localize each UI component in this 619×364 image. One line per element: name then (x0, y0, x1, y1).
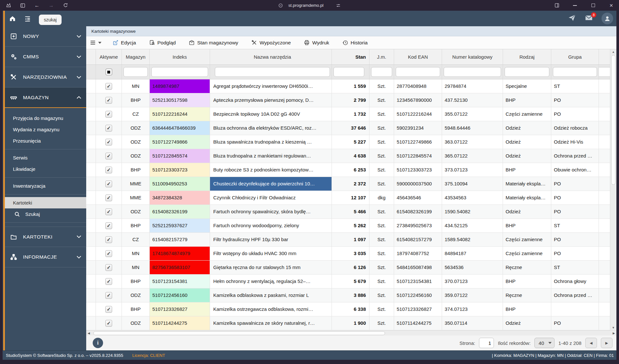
scroll-up-icon[interactable]: ▲ (610, 49, 616, 54)
cell-jm[interactable]: Szt. (369, 275, 394, 288)
cell-nazwa[interactable]: Giętarka ręczna do rur stalowych 15 mm (210, 261, 332, 274)
cell-ean[interactable]: 2738495025673 (394, 219, 442, 232)
filter-input-kod-ean[interactable] (396, 67, 440, 77)
cell-jm[interactable]: Szt. (369, 302, 394, 316)
cell-indeks[interactable]: 5107122749866 (150, 135, 210, 149)
cell-rodzaj[interactable]: Materiały ekspla… (503, 177, 551, 191)
minimize-button[interactable] (572, 2, 578, 9)
cell-ean[interactable]: 5107114244275 (394, 316, 442, 330)
cell-rodzaj[interactable]: BHP (503, 275, 551, 288)
cell-jm[interactable]: dkg (369, 191, 394, 205)
user-avatar[interactable] (601, 13, 613, 24)
cell-numer[interactable]: 5948.64446 (442, 121, 503, 135)
column-header-numer-katalogowy[interactable]: Numer katalogowy (442, 49, 503, 65)
cell-jm[interactable]: Szt. (369, 177, 394, 191)
table-row[interactable]: ✓MME34872384328Czynnik Chłodniczy i Filt… (86, 191, 610, 205)
table-row[interactable]: ✓BHP5252130517598Apteczka przemysłowa pi… (86, 93, 610, 107)
cell-ean[interactable]: 5107123303723 (394, 163, 442, 177)
close-button[interactable]: ✕ (608, 2, 614, 9)
scroll-left-icon[interactable]: ◀ (86, 331, 91, 336)
filter-input-j-m[interactable] (371, 67, 392, 77)
collapse-menu-icon[interactable] (24, 15, 31, 22)
row-checkbox[interactable]: ✓ (105, 208, 112, 215)
column-header-stan[interactable]: Stan (332, 49, 369, 65)
cell-rodzaj[interactable]: BHP (503, 302, 551, 316)
cell-rodzaj[interactable]: BHP (503, 163, 551, 177)
cell-stan[interactable]: 2 799 (332, 93, 369, 107)
cell-magazyn[interactable]: MN (122, 247, 150, 260)
cell-ean[interactable]: 5902391234 (394, 121, 442, 135)
filter-input-grupa[interactable] (553, 67, 597, 77)
browser-panel-icon[interactable] (19, 2, 26, 9)
cell-rodzaj[interactable]: Części zamienne (503, 107, 551, 121)
cell-stan[interactable]: 1 732 (332, 107, 369, 121)
cell-rodzaj[interactable]: Odzież (503, 135, 551, 149)
row-checkbox[interactable]: ✓ (105, 83, 112, 90)
row-checkbox[interactable]: ✓ (105, 222, 112, 229)
filter-input-nazwa-narz-dzia[interactable] (215, 67, 330, 77)
cell-rodzaj[interactable]: Specjalne (503, 79, 551, 93)
filter-input-indeks[interactable] (151, 67, 208, 77)
cell-rodzaj[interactable]: Części zamienne (503, 247, 551, 260)
cell-indeks[interactable]: 5107114244275 (150, 316, 210, 330)
cell-grupa[interactable]: Ochrona przed … (551, 149, 599, 163)
cell-nazwa[interactable]: Filtr wstępny do układu HVAC 300 mm (210, 247, 332, 260)
cell-grupa[interactable]: Ochrona przed … (551, 288, 599, 302)
historia-button[interactable]: Historia (342, 40, 368, 46)
table-row[interactable]: ✓BHP5252125937627Fartuch ochronny wodood… (86, 219, 610, 233)
cell-grupa[interactable]: Ochrona głowy (551, 275, 599, 288)
records-per-page-select[interactable]: 40 (534, 338, 555, 348)
column-header-grupa[interactable]: Grupa (551, 49, 599, 65)
cell-magazyn[interactable]: MME (122, 177, 150, 191)
table-row[interactable]: ✓ODZ5107122456160Kamizelka odblaskowa z … (86, 288, 610, 302)
cell-stan[interactable]: 1 097 (332, 233, 369, 246)
cell-numer[interactable]: 5634536 (442, 261, 503, 274)
cell-indeks[interactable]: 6154082157279 (150, 233, 210, 246)
cell-nazwa[interactable]: Kamizelka spawalnicza ze skóry naturalne… (210, 316, 332, 330)
sidebar-group-narzedziownia[interactable]: NARZĘDZIOWNIA (5, 67, 86, 88)
table-row[interactable]: ✓MN1489874987Agregat prądotwórczy inwert… (86, 79, 610, 93)
table-row[interactable]: ✓MME5110094950253Chusteczki dezynfekując… (86, 177, 610, 191)
sidebar-item-przyj-cia-do-magazynu[interactable]: Przyjęcia do magazynu (5, 112, 86, 124)
cell-magazyn[interactable]: BHP (122, 163, 150, 177)
table-row[interactable]: ✓BHP5107123326827Kamizelka ostrzegawcza … (86, 302, 610, 316)
back-icon[interactable]: ← (34, 2, 40, 9)
forward-icon[interactable]: → (48, 2, 54, 9)
cell-jm[interactable]: Szt. (369, 79, 394, 93)
cell-magazyn[interactable]: BHP (122, 275, 150, 288)
sidebar-item-inwentaryzacja[interactable]: Inwentaryzacja (5, 180, 86, 192)
cell-indeks[interactable]: 5107122216244 (150, 107, 210, 121)
row-checkbox[interactable]: ✓ (105, 306, 112, 313)
row-checkbox[interactable]: ✓ (105, 139, 112, 146)
sidebar-group-cmms[interactable]: CMMS (5, 47, 86, 67)
cell-magazyn[interactable]: CZ (122, 233, 150, 246)
table-row[interactable]: ✓CZ5107122216244Bezpiecznik topikowy 10A… (86, 107, 610, 121)
column-header-indeks[interactable]: Indeks (150, 49, 210, 65)
row-checkbox[interactable]: ✓ (105, 292, 112, 299)
cell-nazwa[interactable]: Fartuch ochronny spawalniczy, skóra bydl… (210, 205, 332, 218)
podgl-d-button[interactable]: Podgląd (149, 40, 176, 46)
column-header-rodzaj[interactable]: Rodzaj (503, 49, 551, 65)
cell-rodzaj[interactable]: Części zamienne (503, 233, 551, 246)
row-checkbox[interactable]: ✓ (105, 181, 112, 187)
cell-grupa[interactable]: PO (551, 177, 599, 191)
row-checkbox[interactable]: ✓ (105, 236, 112, 243)
cell-indeks[interactable]: 5107122456160 (150, 288, 210, 302)
cell-jm[interactable]: Szt. (369, 261, 394, 274)
cell-ean[interactable]: 6154082157279 (394, 233, 442, 246)
cell-stan[interactable]: 3 886 (332, 288, 369, 302)
cell-nazwa[interactable]: Kamizelka odblaskowa z paskami, rozmiar … (210, 288, 332, 302)
cell-rodzaj[interactable]: Odzież (503, 121, 551, 135)
cell-grupa[interactable]: PO (551, 233, 599, 246)
prev-page-button[interactable]: ◀ (585, 338, 597, 348)
cell-grupa[interactable]: PO (551, 107, 599, 121)
cell-grupa[interactable]: PO (551, 191, 599, 205)
cell-magazyn[interactable]: ODZ (122, 316, 150, 330)
cell-stan[interactable]: 6 338 (332, 302, 369, 316)
cell-nazwa[interactable]: Apteczka przemysłowa pierwszej pomocy, D… (210, 93, 332, 107)
cell-numer[interactable]: 375.10094 (442, 177, 503, 191)
cell-stan[interactable]: 3 035 (332, 247, 369, 260)
cell-magazyn[interactable]: MME (122, 191, 150, 205)
sidebar-item-przesuni-cia[interactable]: Przesunięcia (5, 135, 86, 147)
cell-stan[interactable]: 6 126 (332, 261, 369, 274)
